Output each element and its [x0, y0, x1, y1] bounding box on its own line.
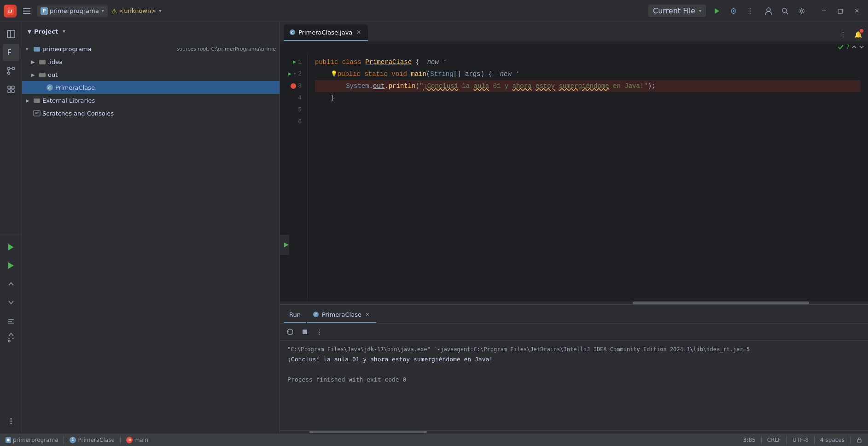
param-args: args — [465, 68, 481, 80]
plugins-button[interactable] — [3, 81, 19, 98]
expand-panel-button[interactable] — [0, 331, 22, 338]
debug-button[interactable] — [726, 4, 741, 18]
more-button[interactable]: ⋮ — [743, 4, 757, 18]
git-button[interactable] — [3, 63, 19, 79]
idea-folder-icon — [39, 58, 46, 65]
tree-primera-clase[interactable]: ▶ C PrimeraClase — [22, 81, 280, 94]
project-header[interactable]: ▾ Project ▾ — [22, 22, 280, 41]
svg-marker-45 — [8, 262, 14, 269]
statusbar-line-ending[interactable]: CRLF — [767, 437, 781, 443]
method-println: println — [389, 80, 416, 92]
statusbar-indent[interactable]: 4 spaces — [820, 437, 845, 443]
code-line-3: System.out.println("¡Conclusí la aula 01… — [315, 80, 861, 92]
warning-config[interactable]: ⚠ <unknown> ▾ — [111, 7, 161, 15]
svg-rect-22 — [8, 86, 11, 89]
warning-dropdown-icon: ▾ — [159, 8, 161, 13]
line-num-4: 4 — [298, 92, 302, 104]
editor-info-bar: 7 — [280, 41, 868, 52]
run-button[interactable] — [710, 4, 724, 18]
position-label: 3:85 — [743, 437, 756, 443]
run-button-2[interactable] — [3, 257, 19, 274]
extlib-label: External Libraries — [42, 97, 276, 104]
file-tree-button[interactable] — [3, 44, 19, 61]
statusbar-method[interactable]: m main — [126, 437, 148, 443]
statusbar-encoding[interactable]: UTF-8 — [792, 437, 809, 443]
indent-4 — [315, 92, 331, 104]
tree-idea[interactable]: ▶ .idea — [22, 55, 280, 68]
run-config-dropdown-icon: ▾ — [699, 8, 701, 13]
search-icon[interactable] — [778, 4, 792, 18]
bottom-tabs: Run C PrimeraClase ✕ — [280, 305, 868, 324]
project-icon: P — [41, 7, 48, 15]
fold-line-2-button[interactable]: ▾ — [293, 68, 296, 80]
tree-out[interactable]: ▶ out — [22, 68, 280, 81]
svg-rect-25 — [12, 90, 14, 93]
scroll-up-button[interactable] — [3, 276, 19, 292]
sidebar-dropdown-icon: ▾ — [63, 28, 65, 35]
project-selector[interactable]: P primerprograma ▾ — [37, 6, 108, 17]
class-tab[interactable]: C PrimeraClase ✕ — [307, 307, 376, 323]
statusbar-class[interactable]: C PrimeraClase — [70, 437, 114, 443]
svg-line-12 — [786, 12, 788, 14]
scratch-icon — [33, 110, 41, 117]
paren-close-3: ); — [648, 80, 656, 92]
svg-point-21 — [7, 72, 10, 75]
tab-file-icon: C — [289, 29, 296, 35]
close-button[interactable]: ✕ — [850, 4, 864, 18]
project-tree-icon: ▾ — [28, 27, 31, 36]
account-icon[interactable] — [761, 4, 776, 18]
statusbar-lock[interactable] — [856, 437, 862, 443]
svg-rect-60 — [857, 440, 861, 442]
maximize-button[interactable]: □ — [833, 4, 848, 18]
statusbar-method-name: main — [134, 437, 148, 443]
notifications-button[interactable]: 🔔 — [851, 28, 864, 41]
hamburger-menu[interactable] — [20, 5, 33, 17]
stop-button[interactable] — [298, 325, 311, 338]
more-tools-button[interactable] — [3, 413, 19, 429]
tree-scratches[interactable]: ▶ Scratches and Consoles — [22, 107, 280, 120]
svg-rect-35 — [34, 110, 40, 116]
tab-more-button[interactable]: ⋮ — [837, 28, 850, 41]
sep-5 — [814, 436, 815, 444]
align-left-button[interactable] — [3, 313, 19, 329]
tree-root[interactable]: ▾ primerprograma sources root, C:\primer… — [22, 42, 280, 55]
statusbar-position[interactable]: 3:85 — [743, 437, 756, 443]
run-line-2-button[interactable]: ▶ — [285, 68, 291, 80]
gutter-line-1: ▶ 1 — [280, 56, 307, 68]
project-view-button[interactable] — [3, 26, 19, 42]
scroll-down-button[interactable] — [3, 294, 19, 311]
rerun-button[interactable] — [284, 325, 297, 338]
output-text: ¡Conclusí la aula 01 y ahora estoy sumer… — [287, 356, 493, 363]
paren-2: ( — [415, 80, 419, 92]
run-line-1-button[interactable]: ▶ — [290, 56, 296, 68]
brace-1: { — [412, 56, 427, 68]
breakpoint-3[interactable] — [291, 83, 296, 89]
check-icon — [838, 44, 844, 50]
svg-rect-42 — [303, 330, 307, 334]
run-bottom-button[interactable] — [3, 239, 19, 255]
bottom-more-button[interactable]: ⋮ — [313, 325, 326, 338]
run-config-selector[interactable]: Current File ▾ — [648, 5, 706, 17]
tab-primera-clase[interactable]: C PrimeraClase.java ✕ — [284, 24, 368, 41]
minimize-button[interactable]: ─ — [816, 4, 831, 18]
console-output[interactable]: "C:\Program Files\Java\jdk-17\bin\java.e… — [280, 341, 868, 430]
code-content[interactable]: public class PrimeraClase { new * 💡 publ… — [308, 52, 868, 301]
sidebar-title: Project — [34, 28, 58, 35]
run-config-label: Current File — [653, 6, 695, 15]
run-side-button[interactable] — [280, 238, 293, 251]
class-tab-close[interactable]: ✕ — [364, 311, 371, 318]
settings-icon[interactable] — [794, 4, 809, 18]
tab-actions: ⋮ 🔔 — [837, 28, 864, 41]
svg-point-59 — [8, 340, 10, 342]
statusbar-project[interactable]: ● primerprograma — [6, 437, 58, 443]
class-tab-label: PrimeraClase — [322, 311, 361, 318]
sep-6 — [850, 436, 851, 444]
run-tab[interactable]: Run — [284, 307, 306, 323]
tab-close-button[interactable]: ✕ — [355, 29, 362, 36]
chevron-up-icon — [851, 44, 857, 50]
idea-label: .idea — [48, 58, 276, 65]
tree-external-libs[interactable]: ▶ External Libraries — [22, 94, 280, 107]
class-name: PrimeraClase — [365, 56, 412, 68]
library-icon — [33, 97, 41, 104]
svg-text:IJ: IJ — [8, 9, 12, 14]
